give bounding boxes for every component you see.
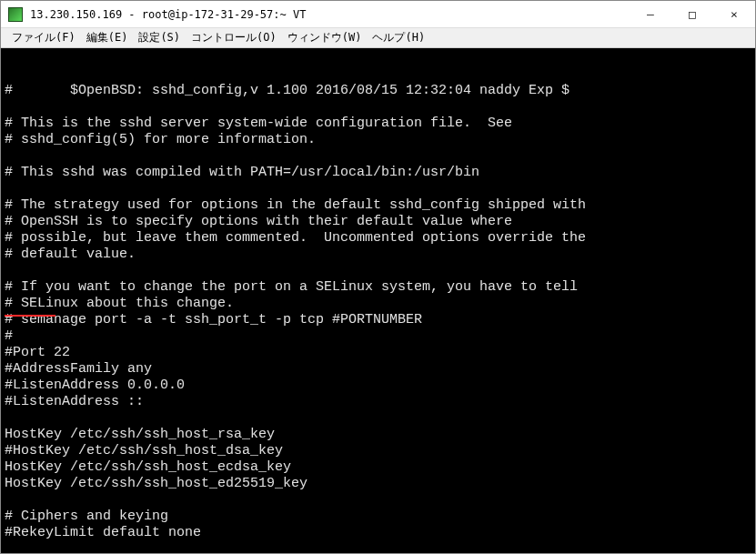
terminal-line: # default value. bbox=[5, 247, 751, 263]
terminal-line: # The strategy used for options in the d… bbox=[5, 197, 751, 214]
terminal-line bbox=[5, 263, 751, 279]
menu-control[interactable]: コントロール(O) bbox=[186, 28, 282, 47]
terminal-line: HostKey /etc/ssh/ssh_host_ed25519_key bbox=[5, 476, 751, 492]
terminal-line bbox=[5, 410, 751, 427]
terminal-line bbox=[5, 492, 751, 509]
terminal-line bbox=[5, 181, 751, 197]
close-button[interactable]: × bbox=[713, 1, 755, 28]
terminal-line: #ListenAddress 0.0.0.0 bbox=[5, 378, 751, 394]
menu-file[interactable]: ファイル(F) bbox=[6, 28, 81, 47]
maximize-button[interactable]: □ bbox=[671, 1, 713, 28]
menu-edit[interactable]: 編集(E) bbox=[81, 28, 134, 47]
terminal-line: #Port 22 bbox=[5, 345, 751, 361]
terminal-line: # This sshd was compiled with PATH=/usr/… bbox=[5, 165, 751, 181]
menu-window[interactable]: ウィンドウ(W) bbox=[282, 28, 368, 47]
terminal-line: # This is the sshd server system-wide co… bbox=[5, 116, 751, 132]
menu-settings[interactable]: 設定(S) bbox=[133, 28, 186, 47]
terminal-line: # possible, but leave them commented. Un… bbox=[5, 230, 751, 247]
menu-bar: ファイル(F) 編集(E) 設定(S) コントロール(O) ウィンドウ(W) ヘ… bbox=[1, 28, 755, 48]
window-titlebar: 13.230.150.169 - root@ip-172-31-29-57:~ … bbox=[1, 1, 755, 28]
terminal-line: HostKey /etc/ssh/ssh_host_ecdsa_key bbox=[5, 459, 751, 476]
terminal-line: # sshd_config(5) for more information. bbox=[5, 132, 751, 148]
terminal-line bbox=[5, 148, 751, 165]
terminal-line: # semanage port -a -t ssh_port_t -p tcp … bbox=[5, 312, 751, 328]
terminal-line: # OpenSSH is to specify options with the… bbox=[5, 214, 751, 230]
terminal-line bbox=[5, 541, 751, 554]
terminal-line: # SELinux about this change. bbox=[5, 296, 751, 312]
terminal-line: #HostKey /etc/ssh/ssh_host_dsa_key bbox=[5, 443, 751, 459]
terminal-line: HostKey /etc/ssh/ssh_host_rsa_key bbox=[5, 427, 751, 443]
terminal-line: # bbox=[5, 328, 751, 345]
app-icon bbox=[8, 7, 23, 22]
terminal-line: #ListenAddress :: bbox=[5, 394, 751, 410]
menu-help[interactable]: ヘルプ(H) bbox=[367, 28, 430, 47]
terminal-line: #AddressFamily any bbox=[5, 361, 751, 378]
terminal-line: #RekeyLimit default none bbox=[5, 525, 751, 541]
minimize-button[interactable]: — bbox=[630, 1, 671, 28]
terminal-output[interactable]: # $OpenBSD: sshd_config,v 1.100 2016/08/… bbox=[1, 48, 755, 554]
terminal-line: # $OpenBSD: sshd_config,v 1.100 2016/08/… bbox=[5, 83, 751, 99]
terminal-line: # If you want to change the port on a SE… bbox=[5, 279, 751, 296]
terminal-line: # Ciphers and keying bbox=[5, 509, 751, 525]
terminal-line bbox=[5, 99, 751, 116]
window-title: 13.230.150.169 - root@ip-172-31-29-57:~ … bbox=[30, 8, 630, 21]
